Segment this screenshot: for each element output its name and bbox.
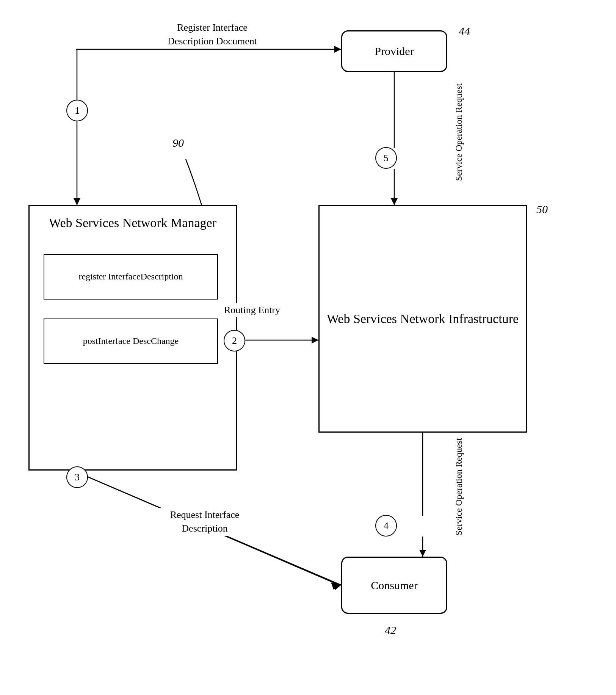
circle-3-label: 3 xyxy=(75,472,80,483)
ref-44: 44 xyxy=(459,25,470,38)
circle-5: 5 xyxy=(375,147,397,169)
ref-44-text: 44 xyxy=(459,25,470,37)
wsni-label: Web Services Network Infrastructure xyxy=(327,310,519,328)
ref-42-text: 42 xyxy=(385,624,396,636)
ref-50-text: 50 xyxy=(536,203,548,215)
svg-marker-6 xyxy=(312,337,318,344)
register-label: register InterfaceDescription xyxy=(78,270,183,283)
svg-marker-1 xyxy=(334,46,341,53)
circle-4-label: 4 xyxy=(384,520,389,532)
ref-42: 42 xyxy=(385,624,396,637)
svg-marker-4 xyxy=(74,198,80,205)
svg-marker-9 xyxy=(333,582,341,590)
diagram: Web Services Network Manager register In… xyxy=(0,0,616,695)
ref-50: 50 xyxy=(536,203,548,216)
consumer-box: Consumer xyxy=(341,557,447,614)
consumer-label: Consumer xyxy=(371,577,417,593)
circle-2-label: 2 xyxy=(232,335,237,347)
circle-1: 1 xyxy=(66,100,88,121)
service-op-top-label: Service Operation Request xyxy=(453,83,521,181)
service-op-top-text: Service Operation Request xyxy=(454,83,464,181)
provider-label: Provider xyxy=(375,43,414,59)
register-idd-text: Register InterfaceDescription Document xyxy=(168,22,257,47)
circle-3: 3 xyxy=(66,466,88,488)
ref-90-text: 90 xyxy=(172,136,184,149)
service-op-bottom-label: Service Operation Request xyxy=(453,438,521,535)
post-label: postInterface DescChange xyxy=(83,335,179,348)
svg-marker-16 xyxy=(331,582,339,590)
wsnm-label: Web Services Network Manager xyxy=(41,214,224,232)
svg-marker-19 xyxy=(419,550,426,557)
request-ifd-text: Request InterfaceDescription xyxy=(170,509,240,534)
circle-5-label: 5 xyxy=(384,152,389,164)
request-ifd-label: Request InterfaceDescription xyxy=(129,508,281,536)
register-idd-label: Register InterfaceDescription Document xyxy=(106,21,318,49)
circle-4: 4 xyxy=(375,515,397,537)
post-box: postInterface DescChange xyxy=(44,318,218,364)
circle-2: 2 xyxy=(224,330,245,351)
circle-1-label: 1 xyxy=(75,105,80,116)
routing-entry-label: Routing Entry xyxy=(210,303,294,317)
routing-entry-text: Routing Entry xyxy=(224,304,280,315)
wsni-box: Web Services Network Infrastructure xyxy=(318,205,527,433)
ref-90: 90 xyxy=(172,136,184,149)
provider-box: Provider xyxy=(341,30,447,72)
svg-marker-22 xyxy=(391,198,398,205)
service-op-bottom-text: Service Operation Request xyxy=(454,438,464,535)
register-box: register InterfaceDescription xyxy=(44,254,218,300)
